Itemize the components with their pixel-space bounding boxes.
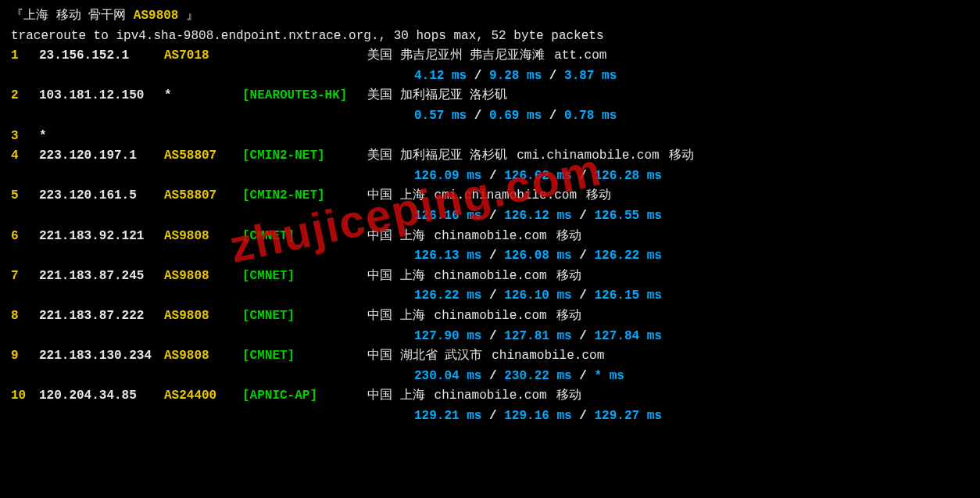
hop-number: 4 [11, 146, 39, 167]
hop-asn: * [164, 86, 242, 106]
hop-number: 5 [11, 186, 39, 206]
latency-value: 126.13 ms [414, 249, 481, 263]
latency-value: 126.09 ms [414, 169, 481, 183]
hop-ip: 221.183.87.222 [39, 306, 164, 327]
bracket-open: 『 [11, 9, 23, 23]
hop-number: 9 [11, 346, 39, 367]
latency-separator: / [572, 249, 595, 263]
hop-row: 3* [11, 127, 969, 147]
latency-value: 0.78 ms [564, 109, 617, 123]
latency-value: 230.04 ms [414, 369, 481, 383]
latency-value: 126.12 ms [504, 209, 571, 223]
hop-network: [CMNET] [242, 306, 367, 327]
hop-location: 中国 湖北省 武汉市 [367, 349, 482, 363]
latency-value: 127.81 ms [504, 329, 571, 343]
hop-location: 中国 上海 [367, 188, 425, 202]
hop-asn: AS24400 [164, 386, 242, 407]
hop-network: [CMNET] [242, 227, 367, 247]
hop-latency-row: 127.90 ms / 127.81 ms / 127.84 ms [11, 327, 969, 347]
latency-value: 3.87 ms [564, 69, 617, 83]
hop-tag: 移动 [556, 269, 581, 283]
latency-separator: / [542, 109, 564, 123]
latency-value: 129.27 ms [594, 409, 661, 423]
hop-location: 中国 上海 [367, 309, 425, 323]
hop-ip: * [39, 127, 164, 147]
hop-latency-row: 126.16 ms / 126.12 ms / 126.55 ms [11, 206, 969, 227]
hop-asn: AS9808 [164, 306, 242, 327]
hop-number: 10 [11, 386, 39, 407]
latency-separator: / [467, 109, 489, 123]
hop-number: 7 [11, 267, 39, 287]
hop-asn: AS9808 [164, 267, 242, 287]
hop-number: 8 [11, 306, 39, 327]
latency-value: 126.16 ms [414, 209, 481, 223]
hop-ip: 221.183.130.234 [39, 346, 164, 367]
hop-domain: chinamobile.com [492, 349, 604, 363]
hop-asn: AS9808 [164, 227, 242, 247]
hop-domain: cmi.chinamobile.com [517, 149, 659, 163]
latency-value: 129.21 ms [414, 409, 481, 423]
hop-ip: 23.156.152.1 [39, 46, 164, 66]
hop-ip: 221.183.87.245 [39, 267, 164, 287]
hop-number: 1 [11, 46, 39, 66]
hop-row: 123.156.152.1AS7018美国 弗吉尼亚州 弗吉尼亚海滩att.co… [11, 46, 969, 66]
traceroute-command: traceroute to ipv4.sha-9808.endpoint.nxt… [11, 27, 969, 47]
hop-asn: AS58807 [164, 186, 242, 206]
latency-value: 126.10 ms [504, 288, 571, 303]
hop-domain: cmi.chinamobile.com [435, 188, 577, 202]
hop-tag: 移动 [669, 149, 694, 163]
latency-separator: / [572, 288, 595, 303]
latency-separator: / [572, 209, 595, 223]
hop-domain: chinamobile.com [435, 389, 547, 403]
latency-value: 126.08 ms [504, 249, 571, 263]
hop-network: [APNIC-AP] [242, 386, 367, 407]
hop-row: 10120.204.34.85AS24400[APNIC-AP]中国 上海chi… [11, 386, 969, 407]
latency-separator: / [572, 369, 595, 383]
latency-value: 126.55 ms [594, 209, 661, 223]
hop-row: 5223.120.161.5AS58807[CMIN2-NET]中国 上海cmi… [11, 186, 969, 206]
hop-domain: chinamobile.com [435, 309, 547, 323]
hop-row: 2103.181.12.150*[NEAROUTE3-HK]美国 加利福尼亚 洛… [11, 86, 969, 106]
hop-number: 6 [11, 227, 39, 247]
hop-tag: 移动 [586, 188, 611, 202]
hop-tag: 移动 [556, 309, 581, 323]
latency-separator: / [542, 69, 564, 83]
latency-value: 129.16 ms [504, 409, 571, 423]
latency-value: 126.62 ms [504, 169, 571, 183]
hop-network: [CMNET] [242, 346, 367, 367]
latency-separator: / [572, 409, 595, 423]
hop-asn: AS7018 [164, 46, 242, 66]
hop-network: [CMIN2-NET] [242, 186, 367, 206]
latency-separator: / [572, 169, 595, 183]
header-asn: AS9808 [134, 9, 179, 23]
latency-separator: / [481, 169, 504, 183]
hop-row: 9221.183.130.234AS9808[CMNET]中国 湖北省 武汉市c… [11, 346, 969, 367]
hop-number: 2 [11, 86, 39, 106]
latency-value: 0.57 ms [414, 109, 467, 123]
hop-domain: att.com [554, 48, 606, 63]
latency-separator: / [481, 249, 504, 263]
hop-domain: chinamobile.com [435, 229, 547, 243]
hop-domain: chinamobile.com [435, 269, 547, 283]
hop-location: 美国 加利福尼亚 洛杉矶 [367, 88, 507, 102]
hop-network: [CMNET] [242, 267, 367, 287]
hop-ip: 221.183.92.121 [39, 227, 164, 247]
hop-row: 6221.183.92.121AS9808[CMNET]中国 上海chinamo… [11, 227, 969, 247]
hop-row: 7221.183.87.245AS9808[CMNET]中国 上海chinamo… [11, 267, 969, 287]
hop-location: 中国 上海 [367, 229, 425, 243]
header-loc1: 上海 [23, 9, 48, 23]
latency-separator: / [572, 329, 595, 343]
latency-separator: / [481, 369, 504, 383]
hop-asn: AS58807 [164, 146, 242, 167]
header-loc2: 移动 [56, 9, 81, 23]
latency-separator: / [481, 288, 504, 303]
hop-location: 中国 上海 [367, 269, 425, 283]
hop-ip: 120.204.34.85 [39, 386, 164, 407]
hops-list: 123.156.152.1AS7018美国 弗吉尼亚州 弗吉尼亚海滩att.co… [11, 46, 969, 426]
latency-value: 0.69 ms [489, 109, 542, 123]
hop-row: 4223.120.197.1AS58807[CMIN2-NET]美国 加利福尼亚… [11, 146, 969, 167]
latency-value: 126.22 ms [594, 249, 661, 263]
hop-tag: 移动 [556, 229, 581, 243]
hop-latency-row: 126.09 ms / 126.62 ms / 126.28 ms [11, 167, 969, 187]
hop-row: 8221.183.87.222AS9808[CMNET]中国 上海chinamo… [11, 306, 969, 327]
